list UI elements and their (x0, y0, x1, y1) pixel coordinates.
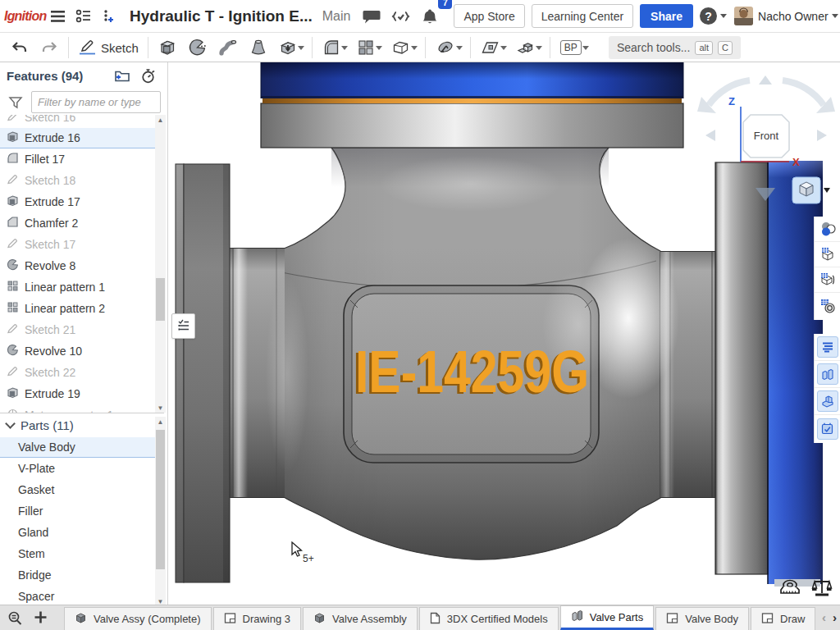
tabs-scroll-left-icon[interactable]: ‹ (822, 611, 826, 623)
feature-row[interactable]: Extrude 16 (0, 128, 155, 148)
user-name[interactable]: Nacho Owner (758, 10, 829, 23)
share-button[interactable]: Share (640, 4, 693, 28)
thicken-menu-caret-icon[interactable] (298, 46, 304, 50)
redo-button[interactable] (34, 35, 64, 60)
boolean-menu-caret-icon[interactable] (411, 46, 418, 50)
undo-button[interactable] (5, 35, 34, 60)
pattern-menu-caret-icon[interactable] (376, 46, 382, 50)
feature-row[interactable]: Fillet 17 (0, 148, 155, 170)
feature-row[interactable]: Extrude 19 (0, 383, 155, 404)
custom-feature-caret-icon[interactable] (582, 46, 589, 50)
parts-header[interactable]: Parts (11) (0, 413, 164, 437)
bonnet-assembly[interactable] (261, 62, 683, 148)
tabs-scroll-right-icon[interactable]: › (833, 611, 837, 623)
feature-row[interactable]: Revolve 8 (0, 255, 155, 276)
render-studio-button[interactable] (815, 293, 840, 318)
part-row[interactable]: Gasket (0, 479, 155, 500)
appearance-panel-button[interactable] (815, 217, 840, 242)
custom-feature-button[interactable]: BP (555, 35, 582, 60)
tab-3dx-certified-models[interactable]: 3DX Certified Models (419, 607, 559, 630)
part-row[interactable]: Spacer (0, 586, 155, 605)
named-positions-button[interactable] (815, 267, 840, 293)
part-row[interactable]: Valve Body (0, 437, 155, 458)
revolve-button[interactable] (182, 35, 212, 60)
rotate-left-icon[interactable] (705, 130, 715, 141)
named-views-button[interactable] (815, 242, 840, 267)
tab-valve-assembly[interactable]: Valve Assembly (303, 607, 418, 630)
plane-button[interactable] (475, 35, 500, 60)
feature-row[interactable]: Sketch 18 (0, 170, 155, 191)
graphics-area[interactable]: IE-14259G IE-14259G (164, 62, 840, 605)
linear-pattern-button[interactable] (351, 35, 375, 60)
tab-valve-parts[interactable]: Valve Parts (560, 605, 655, 630)
feature-row[interactable]: Sketch 17 (0, 234, 155, 255)
search-tools-box[interactable]: Search tools... alt C (609, 36, 741, 59)
feature-row[interactable]: Extrude 17 (0, 191, 155, 212)
parts-scroll-thumb[interactable] (156, 430, 165, 569)
sketch-button[interactable]: Sketch (73, 35, 144, 60)
boolean-button[interactable] (386, 35, 410, 60)
valve-3d-model[interactable]: IE-14259G IE-14259G (164, 62, 840, 605)
part-row[interactable]: V-Plate (0, 458, 155, 479)
rotate-up-icon[interactable] (759, 75, 772, 84)
features-scrollbar[interactable]: ▲ ▼ (155, 115, 166, 413)
feature-row[interactable]: Sketch 22 (0, 362, 155, 383)
measure-button[interactable] (778, 578, 801, 600)
help-menu[interactable]: ? (700, 7, 727, 25)
loft-button[interactable] (244, 35, 273, 60)
tab-valve-body[interactable]: Valve Body (655, 607, 749, 630)
feature-row[interactable]: Linear pattern 2 (0, 298, 155, 319)
insert-new-tab-button[interactable] (30, 607, 51, 628)
left-flange[interactable] (176, 164, 230, 582)
comments-button[interactable] (357, 0, 386, 33)
release-management-button[interactable] (386, 0, 415, 33)
thicken-button[interactable] (273, 35, 297, 60)
search-tabs-button[interactable] (5, 607, 26, 628)
feature-row[interactable]: Linear pattern 1 (0, 276, 155, 298)
part-row[interactable]: Filler (0, 500, 155, 522)
right-flange-group[interactable] (715, 161, 823, 587)
transform-button[interactable] (510, 35, 535, 60)
draft-menu-caret-icon[interactable] (456, 46, 463, 50)
scroll-down-icon[interactable]: ▼ (155, 596, 166, 605)
part-row[interactable]: Bridge (0, 564, 155, 586)
document-title[interactable]: Hydraulic T - Ignition E... (130, 7, 313, 25)
mass-properties-button[interactable] (811, 578, 833, 600)
versions-button[interactable] (71, 0, 97, 33)
fillet-menu-caret-icon[interactable] (341, 46, 348, 50)
parts-scrollbar[interactable]: ▲ ▼ (155, 417, 166, 605)
fillet-button[interactable] (317, 35, 340, 60)
rollback-timer-button[interactable] (135, 68, 161, 84)
feature-row[interactable]: Revolve 10 (0, 340, 155, 362)
tasks-flyout-button[interactable] (815, 415, 840, 442)
feature-row[interactable]: Sketch 16 (0, 115, 155, 128)
sweep-button[interactable] (212, 35, 244, 60)
plane-menu-caret-icon[interactable] (500, 46, 507, 50)
view-orientation-button[interactable] (792, 177, 830, 203)
transform-menu-caret-icon[interactable] (536, 46, 542, 50)
filter-funnel-icon[interactable] (8, 96, 23, 109)
feature-row[interactable]: Sketch 21 (0, 319, 155, 340)
part-flyout-button[interactable] (815, 388, 840, 415)
main-menu-button[interactable] (45, 0, 71, 33)
feature-filter-input[interactable] (31, 91, 161, 113)
valve-body-part[interactable]: IE-14259G IE-14259G (230, 148, 715, 559)
user-avatar[interactable] (734, 7, 753, 25)
extrude-button[interactable] (153, 35, 182, 60)
feature-list-flyout-button[interactable] (815, 334, 840, 361)
tab-draw[interactable]: Draw (751, 607, 815, 630)
app-store-button[interactable]: App Store (454, 4, 524, 28)
scroll-down-icon[interactable]: ▼ (155, 403, 166, 413)
scroll-up-icon[interactable]: ▲ (155, 417, 166, 427)
learning-center-button[interactable]: Learning Center (532, 4, 633, 28)
follow-mode-button[interactable] (97, 0, 120, 33)
workspace-name[interactable]: Main (322, 9, 351, 24)
view-menu-caret-icon[interactable] (824, 188, 830, 193)
scroll-up-icon[interactable]: ▲ (155, 115, 166, 125)
tab-valve-assy-complete-[interactable]: Valve Assy (Complete) (64, 607, 212, 630)
rotate-right-icon[interactable] (817, 130, 827, 141)
feature-row[interactable]: Chamfer 2 (0, 212, 155, 234)
draft-button[interactable] (430, 35, 455, 60)
part-row[interactable]: Gland (0, 522, 155, 543)
feature-dialog-flyout-button[interactable] (171, 313, 195, 339)
